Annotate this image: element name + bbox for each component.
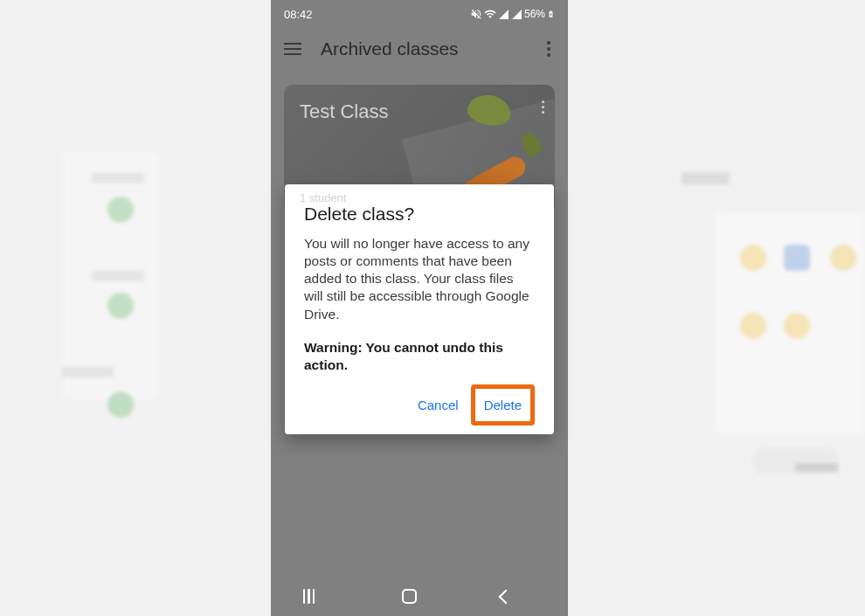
delete-button[interactable]: Delete: [475, 389, 530, 421]
nav-back-button[interactable]: [501, 592, 536, 602]
status-time: 08:42: [284, 8, 313, 21]
mute-icon: [470, 8, 482, 20]
status-icons: 56%: [470, 8, 555, 20]
battery-percent: 56%: [524, 8, 545, 20]
dialog-actions: Cancel Delete: [304, 381, 535, 426]
dialog-body: You will no longer have access to any po…: [304, 235, 535, 323]
app-bar: Archived classes: [271, 28, 568, 70]
more-icon[interactable]: [543, 37, 555, 61]
nav-recent-button[interactable]: [303, 589, 338, 604]
carrot-top-decoration: [519, 130, 543, 157]
status-bar: 08:42 56%: [271, 0, 568, 28]
nav-bar: [271, 577, 568, 616]
nav-home-button[interactable]: [402, 589, 437, 604]
signal-icon-2: [511, 9, 522, 20]
delete-highlight: Delete: [471, 384, 535, 426]
wifi-icon: [484, 8, 496, 20]
cancel-button[interactable]: Cancel: [405, 389, 471, 421]
student-count: 1 student: [300, 191, 347, 204]
dialog-title: Delete class?: [304, 204, 535, 225]
signal-icon-1: [498, 9, 509, 20]
menu-icon[interactable]: [284, 43, 301, 55]
class-more-icon[interactable]: [542, 100, 544, 114]
dialog-warning: Warning: You cannot undo this action.: [304, 339, 535, 374]
class-title: Test Class: [300, 100, 539, 123]
page-title: Archived classes: [321, 38, 523, 59]
battery-icon: [547, 8, 555, 20]
delete-dialog: Delete class? You will no longer have ac…: [285, 184, 554, 434]
